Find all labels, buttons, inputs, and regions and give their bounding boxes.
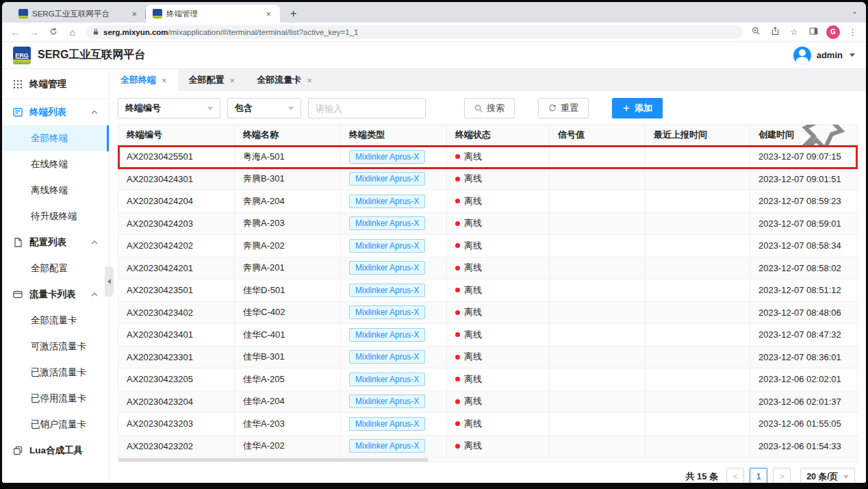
signal-value-cell [550, 190, 646, 213]
table-row[interactable]: AX20230424202奔腾A-202Mixlinker Aprus-X离线2… [118, 235, 857, 258]
zoom-icon[interactable] [750, 27, 762, 38]
close-tab-icon[interactable]: × [264, 9, 273, 19]
operator-select[interactable]: 包含 [227, 98, 301, 118]
reload-icon[interactable] [47, 27, 60, 38]
add-button[interactable]: 添加 [612, 98, 663, 118]
user-name[interactable]: admin [817, 50, 843, 60]
forward-icon[interactable]: → [28, 27, 40, 38]
back-icon[interactable]: ← [9, 27, 21, 38]
sidebar-item-all-terminals[interactable]: 全部终端 [2, 125, 109, 151]
terminal-name-cell: 佳华D-501 [235, 279, 341, 302]
table-row[interactable]: AX20230423203佳华A-203Mixlinker Aprus-X离线2… [118, 413, 857, 436]
table-row[interactable]: AX20230425501粤海A-501Mixlinker Aprus-X离线2… [118, 146, 857, 168]
column-header: 终端状态 [447, 125, 550, 146]
collapse-arrow-icon [107, 279, 111, 284]
user-menu-chevron-icon[interactable] [850, 53, 855, 57]
terminal-status-cell: 离线 [447, 213, 550, 236]
sidebar-item-all-configs[interactable]: 全部配置 [2, 255, 109, 281]
page-number-button[interactable]: 1 [750, 468, 767, 483]
search-input[interactable] [308, 98, 426, 118]
sidebar-item-lua-tool[interactable]: Lua合成工具 [2, 438, 109, 464]
prev-page-button[interactable]: < [726, 468, 744, 483]
sidebar-item-suspended-sim-cards[interactable]: 已停用流量卡 [2, 386, 109, 412]
sidebar-group-sim-card-list[interactable]: 流量卡列表 [2, 281, 109, 308]
tab-search-chevron-icon[interactable]: ⌄ [852, 7, 858, 16]
page-size-select[interactable]: 20 条/页 [800, 468, 855, 483]
sidebar-item-activated-sim-cards[interactable]: 已激活流量卡 [2, 360, 109, 386]
table-row[interactable]: AX20230423204佳华A-204Mixlinker Aprus-X离线2… [118, 391, 857, 414]
last-report-time-cell [646, 413, 750, 436]
terminal-status-cell: 离线 [447, 324, 550, 347]
browser-toolbar: ← → ⌂ serg.mixyun.com/mixapplication/#/t… [2, 23, 866, 42]
share-icon[interactable] [769, 27, 781, 38]
signal-value-cell [550, 258, 646, 280]
workspace-tab-all-terminals[interactable]: 全部终端× [110, 69, 178, 91]
terminal-status-cell: 离线 [447, 235, 550, 258]
table-row[interactable]: AX20230423202佳华A-202Mixlinker Aprus-X离线2… [118, 436, 857, 458]
reset-button[interactable]: 重置 [538, 98, 589, 118]
offline-status-dot-icon [455, 377, 460, 381]
terminal-id-cell: AX20230424202 [118, 235, 235, 258]
sidebar-item-all-sim-cards[interactable]: 全部流量卡 [2, 308, 109, 334]
new-tab-button[interactable]: + [285, 8, 301, 20]
workspace-tab-all-configs[interactable]: 全部配置× [178, 69, 246, 91]
terminal-id-cell: AX20230424203 [118, 213, 235, 236]
sidebar-item-online-terminals[interactable]: 在线终端 [2, 151, 109, 177]
terminal-type-badge: Mixlinker Aprus-X [349, 261, 425, 275]
sidebar-group-terminal-list[interactable]: 终端列表 [2, 99, 109, 125]
table-row[interactable]: AX20230424203奔腾A-203Mixlinker Aprus-X离线2… [118, 213, 857, 236]
file-icon [13, 238, 23, 247]
terminal-list-icon [13, 108, 23, 117]
browser-tab-1[interactable]: SERG工业互联网平台 × [12, 5, 146, 23]
browser-profile-avatar[interactable]: G [826, 25, 840, 39]
next-page-button[interactable]: > [773, 468, 791, 483]
column-header: 信号值 [550, 125, 646, 146]
status-text: 离线 [464, 195, 482, 208]
sidebar-item-pending-upgrade-terminals[interactable]: 待升级终端 [2, 203, 109, 229]
pin-column-icon[interactable] [794, 125, 849, 146]
app-header: ERG SERG工业互联网平台 admin [2, 42, 866, 69]
browser-tab-2[interactable]: 终端管理 × [146, 5, 280, 23]
terminal-name-cell: 佳华A-205 [235, 368, 341, 391]
browser-menu-icon[interactable]: ⋮ [847, 27, 859, 37]
sidebar-group-config-list[interactable]: 配置列表 [2, 229, 109, 255]
sidebar: 终端管理 终端列表 全部终端 在线终端 离线终端 待升级终端 配置列表 全部配置 [2, 69, 110, 483]
table-body: AX20230425501粤海A-501Mixlinker Aprus-X离线2… [118, 146, 857, 457]
close-tab-icon[interactable]: × [230, 75, 235, 86]
terminal-id-cell: AX20230423401 [118, 324, 235, 347]
table-row[interactable]: AX20230423501佳华D-501Mixlinker Aprus-X离线2… [118, 279, 857, 302]
address-bar[interactable]: serg.mixyun.com/mixapplication/#/termina… [86, 25, 743, 39]
user-avatar[interactable] [793, 47, 811, 64]
sidebar-item-activatable-sim-cards[interactable]: 可激活流量卡 [2, 334, 109, 360]
horizontal-scrollbar[interactable] [118, 457, 858, 462]
close-tab-icon[interactable]: × [129, 9, 139, 19]
table-row[interactable]: AX20230423402佳华C-402Mixlinker Aprus-X离线2… [118, 302, 857, 325]
signal-value-cell [550, 368, 646, 391]
terminal-status-cell: 离线 [447, 391, 550, 414]
side-panel-icon[interactable] [807, 27, 819, 38]
workspace-tab-all-sim-cards[interactable]: 全部流量卡× [246, 69, 323, 91]
table-row[interactable]: AX20230424301奔腾B-301Mixlinker Aprus-X离线2… [118, 168, 857, 191]
table-row[interactable]: AX20230424201奔腾A-201Mixlinker Aprus-X离线2… [118, 258, 857, 280]
close-tab-icon[interactable]: × [307, 75, 312, 86]
chevron-up-icon [91, 108, 98, 118]
table-row[interactable]: AX20230424204奔腾A-204Mixlinker Aprus-X离线2… [118, 190, 857, 213]
table-row[interactable]: AX20230423205佳华A-205Mixlinker Aprus-X离线2… [118, 368, 857, 391]
sidebar-item-offline-terminals[interactable]: 离线终端 [2, 177, 109, 203]
terminal-id-cell: AX20230424204 [118, 190, 235, 213]
terminal-type-cell: Mixlinker Aprus-X [341, 302, 447, 325]
scrollbar-thumb[interactable] [118, 458, 429, 462]
sidebar-item-closed-sim-cards[interactable]: 已销户流量卡 [2, 412, 109, 438]
search-button[interactable]: 搜索 [464, 98, 515, 118]
sidebar-collapse-handle[interactable] [105, 266, 114, 297]
table-row[interactable]: AX20230423301佳华B-301Mixlinker Aprus-X离线2… [118, 347, 857, 369]
created-time-cell: 2023-12-06 02:02:01 [750, 368, 857, 391]
terminal-id-cell: AX20230423203 [118, 413, 235, 436]
table-row[interactable]: AX20230423401佳华C-401Mixlinker Aprus-X离线2… [118, 324, 857, 347]
column-header: 最近上报时间 [646, 125, 750, 146]
last-report-time-cell [646, 235, 750, 258]
close-tab-icon[interactable]: × [162, 75, 167, 86]
field-select[interactable]: 终端编号 [118, 98, 220, 118]
bookmark-star-icon[interactable]: ☆ [788, 27, 800, 37]
home-icon[interactable]: ⌂ [66, 27, 79, 38]
